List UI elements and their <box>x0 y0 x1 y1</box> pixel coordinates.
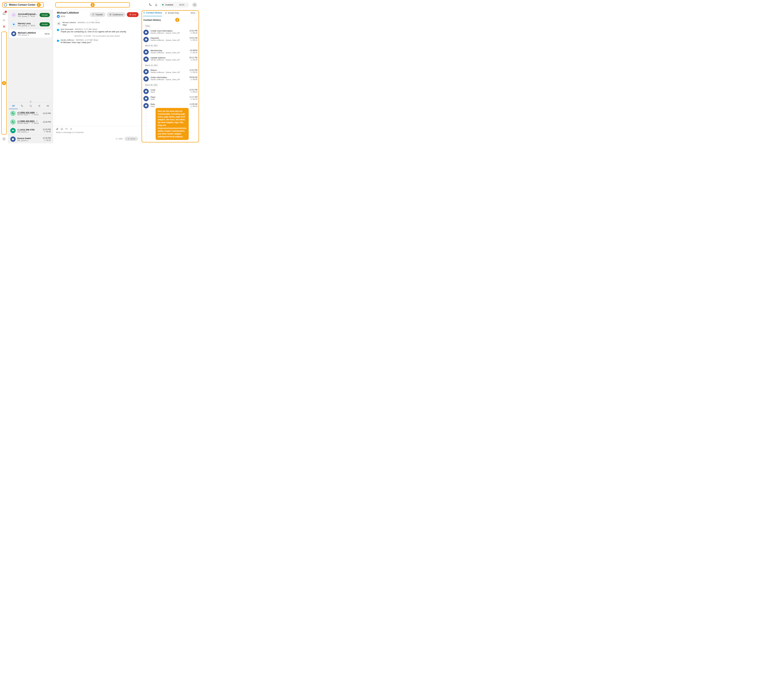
event-sub: Sand <box>150 98 188 100</box>
tab-contact-history[interactable]: Contact History <box>143 10 162 16</box>
accept-button[interactable]: Accept <box>40 22 50 27</box>
tasks-tab-all[interactable]: All <box>9 103 18 109</box>
timeline-event[interactable]: PaymentSandra Jefferson · Queue_Voice_EP… <box>144 36 197 43</box>
transfer-button[interactable]: Transfer <box>90 12 105 17</box>
event-duration: 03:23 <box>189 71 197 73</box>
attach-icon[interactable] <box>56 128 58 130</box>
user-avatar[interactable]: SJ <box>192 2 197 7</box>
message-meta: Michael Littlefoot 30/3/2021, 11:27 AM |… <box>62 22 100 23</box>
event-title: Membership <box>150 49 188 52</box>
history-title: Serena Gadot <box>17 137 31 140</box>
phone-icon[interactable] <box>149 3 152 7</box>
event-duration: 05:15 <box>189 32 197 34</box>
left-rail-annotation-frame: 4 <box>1 32 7 135</box>
status-label: Available <box>165 3 174 6</box>
message: MLMichael Littlefoot 30/3/2021, 11:27 AM… <box>57 22 137 26</box>
message-text: Hi Michael, How may I help you? <box>61 41 98 43</box>
event-title: Return <box>150 69 188 72</box>
timeline-event[interactable]: PaynSand11:17 AM02:14 <box>144 95 197 102</box>
event-sub: Sand <box>150 91 188 93</box>
svg-point-8 <box>38 106 39 106</box>
expand-panel-icon[interactable] <box>195 19 197 21</box>
timeline-event[interactable]: Order informationSandra Jefferson · Queu… <box>144 75 197 82</box>
messenger-icon <box>144 69 149 74</box>
history-time: 12:25 PM <box>43 128 51 130</box>
status-timer: 25:23 <box>179 3 184 6</box>
history-sub: IVR_Queue_1 <box>17 140 41 141</box>
tasks-tab-chat-icon[interactable] <box>26 103 35 109</box>
event-title: Payn <box>150 96 188 98</box>
event-title: Payment <box>150 37 188 39</box>
history-time: 12:30 PM <box>43 121 51 123</box>
accept-button[interactable]: Accept <box>40 13 50 17</box>
annotation-marker-4: 4 <box>2 81 6 85</box>
event-title: Refu <box>150 103 188 105</box>
history-row[interactable]: +1 (500) 432-3498Service Issue | 00:1012… <box>8 109 53 118</box>
tab-screen-pop[interactable]: Screen Pop <box>165 10 179 16</box>
history-time: 12:25 PM <box>43 137 51 139</box>
tasks-tab-email-icon[interactable] <box>43 103 52 109</box>
timeline-event[interactable]: Update addressSandra Jefferson · Queue_V… <box>144 56 197 63</box>
messenger-icon <box>144 30 149 35</box>
bell-icon[interactable] <box>155 3 158 7</box>
header-center-area: 2 <box>55 2 130 7</box>
event-time: 12:01 PM <box>189 30 197 32</box>
svg-point-7 <box>13 23 14 25</box>
expand-conversation-toggle[interactable]: ⌄ <box>95 18 99 21</box>
nav-help-icon[interactable] <box>2 137 6 141</box>
tasks-tab-social-icon[interactable] <box>35 103 43 109</box>
history-title: +1 (500) 432-5021 <box>17 120 35 122</box>
task-card-active[interactable]: Michael Littlefoot IVR_Queue_1 00:01 <box>9 30 52 38</box>
task-incoming[interactable]: Harvey LevyIVR_Queue_1 - 00:01Accept <box>9 20 52 28</box>
edit-icon[interactable] <box>36 112 38 113</box>
timeline-date-chip: Today <box>144 24 152 27</box>
timeline-event[interactable]: RefuSand11:05 AM06:33 <box>144 102 197 109</box>
timeline-event[interactable]: ReturnSandra Jefferson · Queue_Voice_EP1… <box>144 68 197 75</box>
history-sub: Service Issue | 00:10 <box>17 114 41 115</box>
send-button[interactable]: Send <box>125 137 138 141</box>
conference-button[interactable]: Conference <box>107 12 125 17</box>
resize-grip-icon[interactable]: ☰ <box>8 101 53 103</box>
channel-icon <box>11 12 16 17</box>
history-row[interactable]: +1 (500) 432-5021Service Issue | 00:1012… <box>8 118 53 126</box>
nav-multicolor-icon[interactable] <box>2 24 6 29</box>
timeline-date-chip: March 20, 2021 <box>144 44 159 47</box>
history-sub: IVR_Queue_1 <box>17 131 41 133</box>
svg-point-9 <box>39 105 40 105</box>
app-logo-icon <box>3 3 8 7</box>
nav-stats-icon[interactable] <box>2 18 6 22</box>
message-input[interactable]: Write a message to Customer <box>56 131 138 133</box>
timeline-event[interactable]: MembershipSandra Jefferson · Queue_Voice… <box>144 48 197 56</box>
messenger-icon <box>144 57 149 62</box>
task-sub: IVR_Queue_1 - 00:01 <box>18 25 38 27</box>
event-duration: 02:14 <box>189 98 197 100</box>
lightning-icon[interactable] <box>70 128 72 130</box>
history-sub: Service Issue | 00:10 <box>17 122 41 124</box>
nav-home-icon[interactable]: 2 <box>2 11 6 16</box>
event-sub: Sandra Jefferson · Queue_Voice_EP <box>150 32 188 34</box>
message-meta: Sandra Jefferson 30/3/2021, 11:27 AM | R… <box>61 39 98 41</box>
event-sub: Sandra Jefferson · Queue_Voice_EP <box>150 59 188 61</box>
messenger-icon <box>144 76 149 82</box>
history-row[interactable]: +1 (412) 288-3782IVR_Queue_112:25 PM00:4… <box>8 126 53 135</box>
status-selector[interactable]: Available 25:23 <box>160 2 189 8</box>
logo-area: Webex Contact Center 1 <box>2 2 44 8</box>
tab-more[interactable]: More <box>190 12 198 14</box>
edit-icon[interactable] <box>36 120 38 122</box>
timeline-event[interactable]: CredSand12:01 PM03:23 <box>144 88 197 95</box>
task-incoming[interactable]: JessicaM@gmail...IVR_Queue_1 - 00:01Acce… <box>9 11 52 19</box>
event-duration: 03:23 <box>189 91 197 93</box>
end-button[interactable]: End <box>127 12 139 17</box>
event-title: Credit Card Information <box>150 30 188 32</box>
status-dot-icon <box>162 4 164 5</box>
channel-icon <box>11 22 16 27</box>
tasks-tab-voice-icon[interactable] <box>18 103 26 109</box>
timeline-event[interactable]: Credit Card InformationSandra Jefferson … <box>144 29 197 36</box>
event-duration: 06:33 <box>189 105 197 107</box>
channel-icon <box>10 128 16 133</box>
event-duration: 03:12 <box>189 39 197 41</box>
history-row[interactable]: Serena GadotIVR_Queue_112:25 PM10:12 <box>8 135 53 143</box>
format-icon[interactable]: Tᴛ <box>65 128 68 130</box>
emoji-icon[interactable] <box>61 128 63 130</box>
event-duration: 03:23 <box>190 52 197 54</box>
